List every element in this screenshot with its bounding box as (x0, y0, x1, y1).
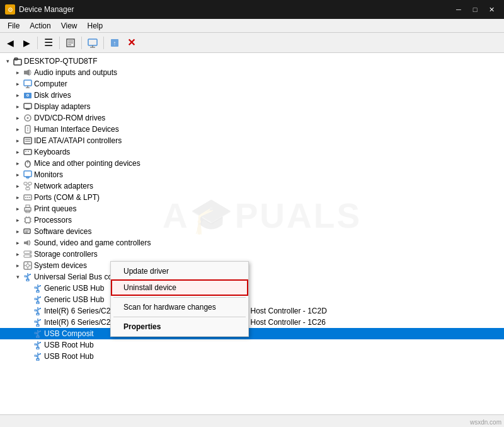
svg-rect-97 (35, 310, 37, 311)
tree-label-print: Print queues (34, 204, 76, 213)
minimize-button[interactable]: ─ (451, 3, 466, 16)
expand-icon-usb[interactable]: ▾ (13, 272, 23, 282)
context-menu-item-scan[interactable]: Scan for hardware changes (111, 299, 248, 315)
expand-icon-print[interactable]: ▸ (13, 204, 23, 214)
tree-item-usb4[interactable]: Intel(R) 6 Series/C200 Series Chipset Fa… (0, 317, 504, 328)
title-bar: ⚙ Device Manager ─ □ ✕ (0, 0, 504, 19)
forward-button[interactable]: ▶ (19, 35, 34, 50)
svg-rect-79 (25, 276, 26, 277)
expand-icon-root[interactable]: ▾ (3, 56, 13, 66)
expand-icon-ide[interactable]: ▸ (13, 136, 23, 146)
expand-icon-usb2[interactable] (23, 295, 33, 305)
svg-rect-114 (40, 342, 41, 343)
expand-icon-mice[interactable]: ▸ (13, 158, 23, 168)
tree-item-sound[interactable]: ▸Sound, video and game controllers (0, 237, 504, 249)
expand-icon-usb3[interactable] (23, 306, 33, 316)
expand-icon-monitors[interactable]: ▸ (13, 170, 23, 180)
tree-item-usb3[interactable]: Intel(R) 6 Series/C200 Series Chipset Fa… (0, 305, 504, 317)
tree-icon-processors (23, 215, 33, 225)
view-list-button[interactable]: ☰ (41, 35, 56, 50)
svg-line-41 (26, 185, 28, 187)
expand-icon-usb1[interactable] (23, 283, 33, 293)
uninstall-button[interactable]: ✕ (123, 35, 139, 50)
tree-icon-usb (23, 272, 33, 282)
close-button[interactable]: ✕ (484, 3, 499, 16)
expand-icon-audio[interactable]: ▸ (13, 67, 23, 78)
tree-label-usb1: Generic USB Hub (44, 284, 104, 293)
menu-item-action[interactable]: Action (25, 20, 55, 32)
svg-rect-102 (40, 319, 41, 320)
tree-item-software[interactable]: ▸Software devices (0, 226, 504, 237)
tree-item-usb6[interactable]: USB Root Hub (0, 339, 504, 351)
menu-item-help[interactable]: Help (83, 20, 108, 32)
tree-item-monitors[interactable]: ▸Monitors (0, 169, 504, 180)
tree-label-hid: Human Interface Devices (34, 125, 119, 134)
svg-rect-90 (40, 296, 41, 298)
tree-item-network[interactable]: ▸Network adapters (0, 180, 504, 192)
expand-icon-usb7[interactable] (23, 351, 33, 361)
tree-item-mice[interactable]: ▸Mice and other pointing devices (0, 158, 504, 169)
tree-icon-hid (23, 124, 33, 134)
watermark-brand: wsxdn.com (470, 419, 501, 426)
tree-label-mice: Mice and other pointing devices (34, 159, 140, 168)
tree-item-root[interactable]: ▾DESKTOP-QTUD8TF (0, 56, 504, 67)
tree-icon-print (23, 204, 33, 214)
tree-item-disk[interactable]: ▸Disk drives (0, 90, 504, 101)
svg-rect-50 (25, 218, 30, 223)
tree-item-computer[interactable]: ▸Computer (0, 78, 504, 90)
tree-item-ports[interactable]: ▸Ports (COM & LPT) (0, 192, 504, 203)
expand-icon-processors[interactable]: ▸ (13, 215, 23, 225)
tree-item-display[interactable]: ▸Display adapters (0, 101, 504, 112)
expand-icon-usb5[interactable] (23, 329, 33, 339)
separator-4 (103, 37, 104, 49)
update-driver-button[interactable]: ↑ (107, 35, 122, 50)
tree-item-processors[interactable]: ▸Processors (0, 214, 504, 226)
tree-icon-mice (23, 158, 33, 168)
tree-item-usb1[interactable]: Generic USB Hub (0, 283, 504, 294)
expand-icon-software[interactable]: ▸ (13, 226, 23, 237)
expand-icon-usb6[interactable] (23, 340, 33, 350)
tree-item-keyboard[interactable]: ▸Keyboards (0, 146, 504, 158)
expand-icon-ports[interactable]: ▸ (13, 192, 23, 202)
tree-item-print[interactable]: ▸Print queues (0, 203, 504, 214)
tree-item-usb7[interactable]: USB Root Hub (0, 351, 504, 362)
tree-item-hid[interactable]: ▸Human Interface Devices (0, 124, 504, 135)
expand-icon-storage[interactable]: ▸ (13, 249, 23, 259)
context-menu-item-uninstall-device[interactable]: Uninstall device (111, 279, 248, 296)
context-menu-item-update-driver[interactable]: Update driver (111, 263, 248, 279)
tree-label-usb6: USB Root Hub (44, 341, 94, 349)
svg-rect-35 (24, 171, 32, 177)
tree-item-dvd[interactable]: ▸DVD/CD-ROM drives (0, 112, 504, 124)
expand-icon-dvd[interactable]: ▸ (13, 113, 23, 123)
expand-icon-usb4[interactable] (23, 317, 33, 327)
tree-item-usb5[interactable]: USB Composit (0, 328, 504, 339)
tree-icon-usb2 (33, 295, 43, 305)
back-button[interactable]: ◀ (3, 35, 18, 50)
menu-item-view[interactable]: View (56, 20, 83, 32)
tree-item-usb[interactable]: ▾Universal Serial Bus controllers (0, 271, 504, 283)
svg-rect-36 (26, 177, 30, 178)
computer-button[interactable] (85, 35, 100, 50)
tree-item-storage[interactable]: ▸Storage controllers (0, 249, 504, 260)
context-menu-item-properties[interactable]: Properties (111, 319, 248, 335)
tree-label-usb5: USB Composit (44, 329, 94, 338)
tree-item-ide[interactable]: ▸IDE ATA/ATAPI controllers (0, 135, 504, 146)
maximize-button[interactable]: □ (467, 3, 483, 16)
expand-icon-system[interactable]: ▸ (13, 260, 23, 271)
expand-icon-sound[interactable]: ▸ (13, 238, 23, 248)
expand-icon-network[interactable]: ▸ (13, 181, 23, 191)
tree-item-audio[interactable]: ▸Audio inputs and outputs (0, 67, 504, 78)
tree-label-processors: Processors (34, 216, 72, 225)
tree-icon-usb1 (33, 283, 43, 293)
expand-icon-computer[interactable]: ▸ (13, 79, 23, 89)
tree-item-usb2[interactable]: Generic USB Hub (0, 294, 504, 305)
expand-icon-hid[interactable]: ▸ (13, 124, 23, 134)
properties-button[interactable] (63, 35, 78, 50)
tree-label-storage: Storage controllers (34, 250, 98, 259)
expand-icon-display[interactable]: ▸ (13, 102, 23, 112)
tree-label-keyboard: Keyboards (34, 148, 70, 156)
tree-item-system[interactable]: ▸System devices (0, 260, 504, 271)
expand-icon-keyboard[interactable]: ▸ (13, 147, 23, 157)
expand-icon-disk[interactable]: ▸ (13, 90, 23, 100)
menu-item-file[interactable]: File (3, 20, 25, 32)
